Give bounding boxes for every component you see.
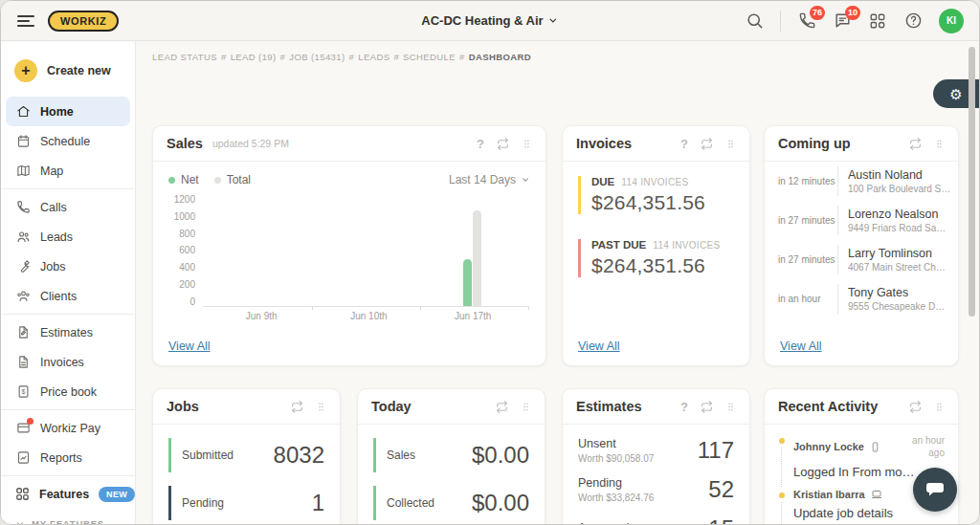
past-due-amount: $264,351.56	[591, 254, 734, 277]
sidebar-item-features[interactable]: Features NEW	[6, 479, 130, 509]
card-title: Today	[371, 399, 412, 414]
sidebar-item-schedule[interactable]: Schedule	[6, 126, 130, 156]
estimates-approved-row[interactable]: Approved 15	[578, 515, 734, 524]
total-bar[interactable]	[473, 210, 481, 306]
workiz-app-window: WORKIZ AC-DC Heating & Air 76 10	[0, 0, 980, 525]
breadcrumb-item[interactable]: LEADS	[358, 52, 390, 62]
sidebar-item-estimates[interactable]: Estimates	[6, 317, 130, 347]
breadcrumb-item[interactable]: JOB (15431)	[289, 52, 345, 62]
my-features-toggle[interactable]: MY FEATURES	[15, 518, 121, 525]
chevron-down-icon	[15, 519, 25, 525]
appointment-row[interactable]: in 12 minutes Austin Noland 100 Park Bou…	[765, 162, 958, 201]
refresh-icon[interactable]	[291, 401, 303, 413]
dashboard-main: LEAD STATUS#LEAD (19)#JOB (15431)#LEADS#…	[136, 41, 979, 524]
invoices-view-all-link[interactable]: View All	[578, 339, 620, 353]
sidebar-divider	[1, 409, 135, 410]
sales-bar-chart: 120010008006004002000	[153, 188, 546, 307]
laptop-icon	[871, 489, 882, 500]
breadcrumb-item[interactable]: LEAD (19)	[231, 52, 277, 62]
appointment-row[interactable]: in 27 minutes Lorenzo Nealson 9449 Friar…	[765, 201, 958, 240]
price-book-icon: $	[15, 384, 31, 400]
sidebar-item-leads[interactable]: Leads	[6, 222, 130, 252]
net-legend-dot	[168, 177, 175, 184]
legend-net[interactable]: Net	[168, 173, 199, 186]
legend-total[interactable]: Total	[214, 173, 251, 186]
vertical-scrollbar[interactable]	[969, 47, 975, 317]
coming-up-card: Coming up in 12 minutes Austin Noland 10…	[764, 125, 959, 366]
chevron-down-icon	[521, 175, 530, 185]
date-range-dropdown[interactable]: Last 14 Days	[449, 173, 530, 186]
create-new-button[interactable]: + Create new	[14, 55, 122, 87]
refresh-icon[interactable]	[701, 138, 713, 150]
search-icon[interactable]	[745, 11, 764, 31]
sidebar-item-map[interactable]: Map	[6, 156, 130, 186]
sidebar-item-clients[interactable]: Clients	[6, 281, 130, 311]
sidebar-item-workiz-pay[interactable]: Workiz Pay	[6, 413, 130, 443]
sidebar-item-price-book[interactable]: $ Price book	[6, 377, 130, 406]
refresh-icon[interactable]	[909, 401, 922, 413]
drag-handle-icon[interactable]	[934, 138, 945, 150]
card-title: Invoices	[576, 136, 632, 151]
sidebar-divider	[1, 188, 135, 189]
sidebar-item-jobs[interactable]: Jobs	[6, 252, 130, 281]
appointment-row[interactable]: in 27 minutes Larry Tomlinson 4067 Main …	[765, 240, 958, 279]
sidebar-divider	[1, 475, 135, 476]
company-selector[interactable]: AC-DC Heating & Air	[421, 13, 558, 28]
phone-icon[interactable]: 76	[797, 11, 816, 31]
today-sales-row[interactable]: Sales $0.00	[373, 438, 529, 472]
x-axis-labels: Jun 9th Jun 10th Jun 17th	[203, 311, 528, 326]
net-bar[interactable]	[463, 259, 472, 306]
user-avatar[interactable]: KI	[939, 9, 964, 33]
sidebar-item-calls[interactable]: Calls	[6, 192, 130, 222]
refresh-icon[interactable]	[497, 138, 509, 150]
topbar-actions: 76 10 KI	[745, 9, 964, 33]
calls-badge: 76	[810, 6, 825, 20]
help-icon[interactable]: ?	[680, 137, 688, 151]
chat-icon[interactable]: 10	[833, 11, 852, 31]
drag-handle-icon[interactable]	[316, 401, 326, 413]
home-icon	[15, 104, 31, 120]
y-axis: 120010008006004002000	[167, 194, 195, 307]
sidebar: + Create new Home Schedule Map Calls Lea…	[1, 41, 136, 524]
drag-handle-icon[interactable]	[725, 138, 736, 150]
leads-icon	[15, 230, 31, 245]
sidebar-item-home[interactable]: Home	[6, 97, 130, 126]
jobs-pending-row[interactable]: Pending 1	[168, 486, 324, 520]
drag-handle-icon[interactable]	[522, 138, 532, 150]
activity-bullet	[779, 492, 785, 498]
refresh-icon[interactable]	[701, 401, 713, 413]
appointment-row[interactable]: in an hour Tony Gates 9555 Chesapeake D…	[765, 279, 958, 318]
sidebar-item-reports[interactable]: Reports	[6, 443, 130, 472]
updated-timestamp: updated 5:29 PM	[212, 138, 289, 149]
today-collected-row[interactable]: Collected $0.00	[373, 486, 529, 520]
svg-text:$: $	[21, 388, 25, 395]
jobs-submitted-row[interactable]: Submitted 8032	[168, 438, 324, 472]
apps-grid-icon[interactable]	[868, 11, 887, 31]
notification-dot	[27, 418, 33, 425]
drag-handle-icon[interactable]	[934, 401, 945, 413]
drag-handle-icon[interactable]	[521, 401, 531, 413]
gear-icon: ⚙	[949, 87, 962, 101]
coming-up-view-all-link[interactable]: View All	[780, 339, 822, 353]
help-icon[interactable]: ?	[477, 137, 484, 151]
breadcrumb-item[interactable]: LEAD STATUS	[152, 52, 217, 62]
drag-handle-icon[interactable]	[725, 401, 736, 413]
help-icon[interactable]: ?	[680, 400, 688, 414]
help-icon[interactable]	[903, 11, 923, 31]
card-title: Estimates	[576, 399, 642, 414]
due-invoices-stat[interactable]: DUE 114 INVOICES $264,351.56	[578, 176, 734, 214]
plot-area	[203, 194, 528, 307]
hamburger-menu-icon[interactable]	[17, 12, 34, 30]
sidebar-item-invoices[interactable]: Invoices	[6, 347, 130, 377]
breadcrumb-item[interactable]: SCHEDULE	[403, 52, 456, 62]
estimates-pending-row[interactable]: Pending Worth $33,824.76 52	[578, 476, 734, 503]
estimates-unsent-row[interactable]: Unsent Worth $90,058.07 117	[578, 437, 734, 464]
sales-view-all-link[interactable]: View All	[168, 339, 211, 353]
workiz-logo[interactable]: WORKIZ	[48, 11, 119, 32]
refresh-icon[interactable]	[909, 138, 922, 150]
topbar-divider	[780, 11, 781, 32]
refresh-icon[interactable]	[496, 401, 508, 413]
chat-widget-button[interactable]	[913, 468, 957, 512]
phone-icon	[15, 200, 31, 215]
past-due-invoices-stat[interactable]: PAST DUE 114 INVOICES $264,351.56	[578, 239, 734, 277]
